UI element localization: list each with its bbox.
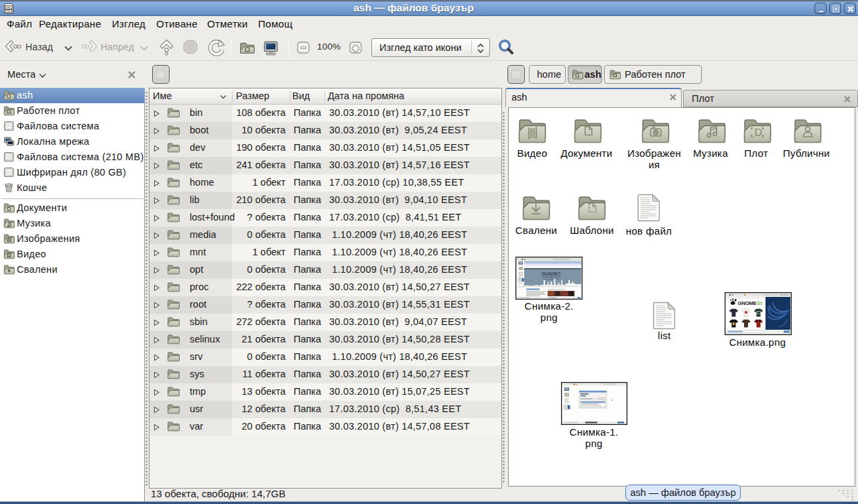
svg-text:GNOME: GNOME	[738, 300, 757, 306]
svg-text:GUADEC: GUADEC	[542, 271, 560, 276]
svg-text:St: St	[757, 300, 762, 306]
